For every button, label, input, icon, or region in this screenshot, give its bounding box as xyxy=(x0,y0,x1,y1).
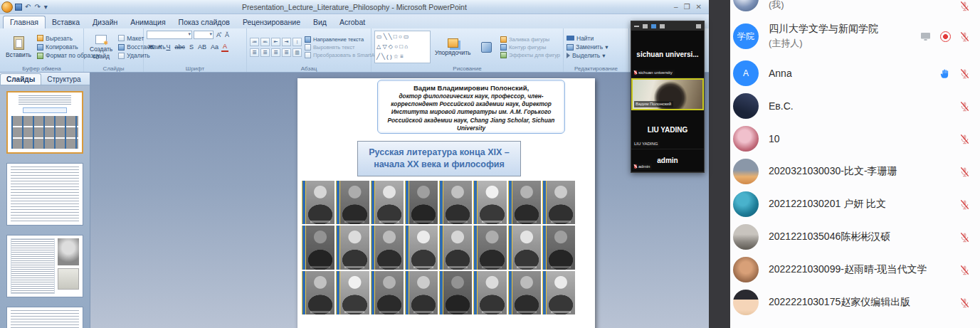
window-gap xyxy=(709,0,730,328)
close-button[interactable]: ✕ xyxy=(696,4,702,11)
font-size-combo[interactable] xyxy=(194,31,214,39)
grid-view-icon[interactable] xyxy=(660,24,665,28)
portrait-cell xyxy=(336,181,369,224)
paste-button[interactable]: Вставить xyxy=(3,31,34,63)
tab-view[interactable]: Вид xyxy=(307,16,333,28)
shape-outline-button[interactable]: Контур фигуры xyxy=(500,44,560,51)
expand-videos-icon[interactable] xyxy=(696,24,701,28)
shadow-button[interactable]: S xyxy=(188,43,195,51)
tab-slideshow[interactable]: Показ слайдов xyxy=(172,16,236,28)
replace-button[interactable]: Заменить ▾ xyxy=(567,43,608,51)
shape-fill-icon xyxy=(500,36,507,43)
office-button[interactable] xyxy=(1,1,13,13)
align-left-button[interactable]: ☰ xyxy=(250,48,259,57)
arrange-button[interactable]: Упорядочить xyxy=(433,31,472,63)
recording-icon xyxy=(940,31,951,42)
tab-design[interactable]: Дизайн xyxy=(86,16,124,28)
title-bar: ↶ ↷ ▾ Presentation_Lecture_Literature_Ph… xyxy=(0,0,709,14)
slide-thumbnail-3[interactable] xyxy=(6,235,83,297)
smartart-button[interactable]: Преобразовать в SmartArt xyxy=(305,52,378,58)
minimize-button[interactable]: – xyxy=(674,4,678,11)
justify-button[interactable]: ☰ xyxy=(282,48,291,57)
save-icon[interactable] xyxy=(15,4,22,11)
align-right-button[interactable]: ☰ xyxy=(271,48,280,57)
video-tile-admin[interactable]: admin admin xyxy=(631,149,704,172)
participant-row[interactable]: 2022221030099-赵雨晴-现当代文学 xyxy=(730,253,980,286)
tab-insert[interactable]: Вставка xyxy=(46,16,86,28)
portrait-cell xyxy=(542,226,575,269)
font-buttons: Ж К Ч abc S АВ Аа А xyxy=(147,42,243,52)
bullets-button[interactable]: ≔ xyxy=(250,38,259,46)
participant-row-anna[interactable]: A Anna xyxy=(730,57,980,90)
tab-acrobat[interactable]: Acrobat xyxy=(333,16,372,28)
find-button[interactable]: Найти xyxy=(567,35,608,42)
muted-mic-icon xyxy=(959,199,970,210)
participant-row[interactable]: 2022221030175赵家仪编辑出版 xyxy=(730,286,980,319)
slide-subtitle-textbox[interactable]: Русская литература конца XIX – начала XX… xyxy=(357,141,521,176)
shape-outline-icon xyxy=(500,44,507,51)
redo-icon[interactable]: ↷ xyxy=(33,4,41,11)
participant-row[interactable]: 2021221030201 户妍 比文 xyxy=(730,188,980,221)
qat-customize-icon[interactable]: ▾ xyxy=(43,4,48,11)
tab-home[interactable]: Главная xyxy=(3,16,46,28)
smartart-icon xyxy=(305,52,311,58)
video-panel-toolbar xyxy=(631,21,704,31)
shrink-font-button[interactable]: А̌ xyxy=(223,31,231,39)
numbering-button[interactable]: ≕ xyxy=(260,38,270,46)
tab-animation[interactable]: Анимация xyxy=(124,16,172,28)
indent-increase-button[interactable]: ⇥ xyxy=(282,38,291,46)
gallery-view-icon[interactable] xyxy=(651,24,656,28)
grow-font-button[interactable]: А̂ xyxy=(215,31,222,39)
participant-row[interactable]: 10 xyxy=(730,122,980,155)
portrait-cell xyxy=(371,181,404,224)
outline-tab[interactable]: Структура xyxy=(41,74,86,85)
spacing-button[interactable]: АВ xyxy=(196,43,208,51)
underline-button[interactable]: Ч xyxy=(164,43,172,51)
indent-decrease-button[interactable]: ⇤ xyxy=(271,38,280,46)
bold-button[interactable]: Ж xyxy=(147,43,155,51)
video-tile-speaker[interactable]: Вадим Полонский xyxy=(631,78,704,110)
case-button[interactable]: Аа xyxy=(209,43,220,51)
align-text-button[interactable]: Выровнять текст xyxy=(305,44,378,51)
slide-thumbnail-1[interactable] xyxy=(6,91,83,154)
slide-title-textbox[interactable]: Вадим Владимирович Полонский, доктор фил… xyxy=(377,80,565,134)
video-tile-sichuan[interactable]: sichuan universi... sichuan university xyxy=(631,31,704,78)
shape-effects-button[interactable]: Эффекты для фигур xyxy=(500,52,560,58)
speaker-view-icon[interactable] xyxy=(643,24,648,28)
format-painter-icon xyxy=(37,53,43,59)
slides-tab[interactable]: Слайды xyxy=(0,73,41,85)
font-color-button[interactable]: А xyxy=(221,42,228,52)
slide-thumbnail-2[interactable] xyxy=(6,163,83,226)
portrait-cell xyxy=(405,226,438,269)
participant-row-host[interactable]: 学院 四川大学文学与新闻学院 (主持人) xyxy=(730,16,980,57)
video-tile-liu-yading[interactable]: LIU YADING LIU YADING xyxy=(631,110,704,149)
slide-thumbnail-4[interactable] xyxy=(6,307,83,328)
undo-icon[interactable]: ↶ xyxy=(24,4,31,11)
new-slide-button[interactable]: Создать слайд xyxy=(87,31,115,63)
video-conference-panel[interactable]: sichuan universi... sichuan university В… xyxy=(631,21,705,173)
restore-button[interactable]: ❐ xyxy=(684,4,690,11)
shapes-gallery[interactable]: ▭ ╲ ╲ □ ○ ▭ △ ▽ ◇ ○ □ ⌂ ╱ ╲ ( ) ☆ ≡ xyxy=(374,31,431,63)
tab-review[interactable]: Рецензирование xyxy=(236,16,307,28)
participant-row[interactable]: 2021221035046陈彬彬汉硕 xyxy=(730,221,980,253)
participant-row[interactable]: Ев.С. xyxy=(730,90,980,122)
italic-button[interactable]: К xyxy=(157,43,163,51)
portrait-collage[interactable] xyxy=(302,181,575,314)
slide-canvas[interactable]: Вадим Владимирович Полонский, доктор фил… xyxy=(90,73,709,328)
minimize-videos-icon[interactable] xyxy=(634,26,639,27)
portrait-cell xyxy=(302,226,334,269)
select-button[interactable]: Выделить ▾ xyxy=(567,52,608,59)
strikethrough-button[interactable]: abc xyxy=(173,43,186,51)
text-direction-button[interactable]: Направление текста xyxy=(305,36,378,43)
shape-fill-button[interactable]: Заливка фигуры xyxy=(500,36,560,43)
slide-editing-area[interactable]: Вадим Владимирович Полонский, доктор фил… xyxy=(297,78,595,328)
font-name-combo[interactable] xyxy=(147,31,192,39)
participant-row-me[interactable]: (我) xyxy=(730,0,980,16)
line-spacing-button[interactable]: ↕ xyxy=(293,38,302,46)
quick-styles-button[interactable] xyxy=(475,31,497,63)
video-tile-name-label: Вадим Полонский xyxy=(634,101,673,107)
columns-button[interactable]: ▥ xyxy=(293,48,302,57)
participant-row[interactable]: 2020321030030-比文-李珊珊 xyxy=(730,155,980,188)
align-center-button[interactable]: ☰ xyxy=(260,48,270,57)
group-clipboard: Вставить Вырезать Копировать Формат по о… xyxy=(0,28,84,72)
